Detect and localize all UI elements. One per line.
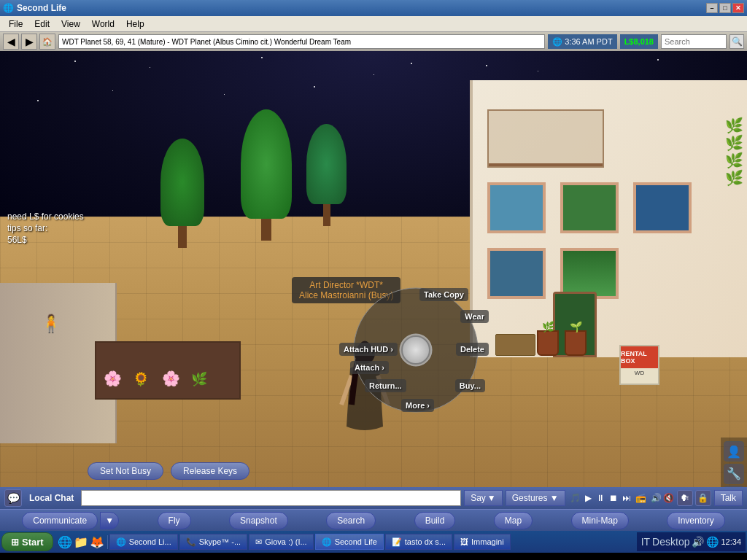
menu-edit[interactable]: Edit	[28, 18, 55, 31]
voice-icon[interactable]: 🗣	[677, 490, 693, 506]
say-button[interactable]: Say ▼	[464, 490, 503, 506]
money-text: L$8,018	[624, 37, 654, 46]
gestures-button[interactable]: Gestures ▼	[506, 490, 565, 506]
menu-file[interactable]: File	[3, 18, 28, 31]
menu-help[interactable]: Help	[120, 18, 150, 31]
media-btn2[interactable]: ⏭	[621, 493, 632, 503]
back-icon[interactable]: ◀	[3, 34, 19, 50]
building-right: 🌿🌿🌿🌿	[470, 80, 747, 357]
flower-pot-area: 🌿 🌱	[537, 330, 587, 356]
task-immagini[interactable]: 🖼Immagini	[454, 534, 511, 550]
menu-bar: File Edit View World Help	[0, 16, 747, 32]
stop-icon[interactable]: ⏹	[608, 493, 619, 503]
set-not-busy-button[interactable]: Set Not Busy	[88, 462, 163, 480]
pie-attach-hud[interactable]: Attach HUD ›	[339, 343, 398, 356]
mini-map-button[interactable]: Mini-Map	[571, 512, 629, 529]
pie-delete[interactable]: Delete	[456, 343, 489, 356]
task-email[interactable]: ✉Giova :) (I...	[249, 534, 313, 550]
media-icon[interactable]: 🎵	[568, 493, 582, 503]
task-skype[interactable]: 📞Skype™ -...	[179, 534, 247, 550]
tree-2	[241, 109, 292, 241]
quick-launch: 🌐 📁 🦊	[55, 535, 108, 549]
pie-menu: Take Copy Wear Attach HUD › Attach › Del…	[350, 284, 481, 416]
title-bar: 🌐 Second Life – □ ✕	[0, 0, 747, 16]
forward-icon[interactable]: ▶	[21, 34, 37, 50]
game-viewport[interactable]: 🌸 🌻 🌸 🌿 🌿🌿🌿🌿 🌿	[0, 51, 747, 487]
speaker-icon[interactable]: 🔊	[692, 536, 704, 548]
pie-return[interactable]: Return...	[365, 379, 406, 392]
windows-taskbar: ⊞ Start 🌐 📁 🦊 🌐Second Li... 📞Skype™ -...…	[0, 531, 747, 553]
sidebar-right: 👤 🔧 🦙 ⏻	[721, 438, 747, 487]
task-second-life-1[interactable]: 🌐Second Li...	[109, 534, 178, 550]
local-chat-label: Local Chat	[25, 493, 78, 503]
talk-button[interactable]: Talk	[714, 490, 743, 506]
main-taskbar: Communicate ▼ Fly Snapshot Search Build …	[0, 509, 747, 531]
firefox-icon[interactable]: 🦊	[90, 535, 104, 549]
search-button[interactable]: Search	[326, 512, 376, 529]
folder-icon[interactable]: 📁	[74, 535, 88, 549]
garden-planter: 🌸 🌻 🌸 🌿	[95, 341, 241, 400]
maximize-button[interactable]: □	[719, 3, 731, 13]
small-avatar-left: 🧍	[40, 314, 62, 334]
chat-line-3: 56L$	[7, 235, 84, 245]
sidebar-icon-1[interactable]: 👤	[724, 441, 744, 462]
desktop-icon[interactable]: Desktop	[652, 536, 689, 548]
pie-take-copy[interactable]: Take Copy	[419, 288, 468, 301]
media-controls: 🎵 ▶ ⏸ ⏹ ⏭ 📻	[568, 493, 648, 503]
keyboard-layout[interactable]: IT	[641, 536, 650, 548]
volume-icon[interactable]: 🔊	[651, 493, 662, 503]
build-button[interactable]: Build	[414, 512, 456, 529]
windows-logo: ⊞	[11, 537, 19, 548]
minimize-button[interactable]: –	[706, 3, 718, 13]
communicate-arrow[interactable]: ▼	[100, 512, 119, 529]
search-input[interactable]	[661, 34, 727, 49]
chat-line-1: need L$ for cookies	[7, 211, 84, 222]
inventory-button[interactable]: Inventory	[667, 512, 724, 529]
chat-icon-button[interactable]: 💬	[4, 489, 22, 507]
pie-buy[interactable]: Buy...	[455, 379, 485, 392]
start-button[interactable]: ⊞ Start	[1, 532, 53, 551]
release-keys-button[interactable]: Release Keys	[171, 462, 249, 480]
mute-icon[interactable]: 🔇	[663, 493, 674, 503]
task-second-life-2[interactable]: 🌐Second Life	[315, 534, 384, 550]
communicate-button[interactable]: Communicate	[22, 512, 98, 529]
chat-line-2: tips so far:	[7, 223, 84, 233]
location-bar[interactable]: WDT Planet 58, 69, 41 (Mature) - WDT Pla…	[58, 34, 545, 49]
time-text: 3:36 AM PDT	[565, 37, 612, 46]
chat-bar: 💬 Local Chat Say ▼ Gestures ▼ 🎵 ▶ ⏸ ⏹ ⏭ …	[0, 487, 747, 509]
tree-1	[160, 139, 204, 248]
pie-attach[interactable]: Attach ›	[350, 361, 389, 374]
network-icon[interactable]: 🌐	[706, 536, 719, 548]
sidebar-icon-2[interactable]: 🔧	[724, 464, 744, 484]
title-icon: 🌐	[3, 3, 14, 13]
map-button[interactable]: Map	[494, 512, 533, 529]
task-tasto[interactable]: 📝tasto dx s...	[385, 534, 452, 550]
communicate-section: Communicate ▼	[22, 512, 119, 529]
ie-icon[interactable]: 🌐	[58, 535, 72, 549]
fly-button[interactable]: Fly	[158, 512, 191, 529]
sidebar-icon-3[interactable]: 🦙	[724, 486, 744, 487]
window-title: Second Life	[17, 3, 706, 13]
rental-box: RENTAL BOX WD	[619, 345, 659, 385]
pause-icon[interactable]: ⏸	[595, 493, 606, 503]
lock-icon[interactable]: 🔒	[695, 490, 711, 506]
search-icon[interactable]: 🔍	[729, 34, 744, 49]
chat-icon-group: 🗣 🔒	[677, 490, 711, 506]
menu-view[interactable]: View	[55, 18, 86, 31]
system-tray: IT Desktop 🔊 🌐 12:34	[637, 532, 746, 551]
bench	[495, 334, 535, 356]
home-icon[interactable]: 🏠	[39, 34, 55, 50]
media-btn3[interactable]: 📻	[634, 493, 648, 503]
menu-world[interactable]: World	[86, 18, 120, 31]
pie-more[interactable]: More ›	[401, 399, 434, 412]
toolbar: ◀ ▶ 🏠 WDT Planet 58, 69, 41 (Mature) - W…	[0, 32, 747, 51]
location-text: WDT Planet 58, 69, 41 (Mature) - WDT Pla…	[62, 38, 351, 46]
play-icon[interactable]: ▶	[584, 493, 593, 503]
chat-input[interactable]	[81, 490, 461, 506]
overlay-buttons: Set Not Busy Release Keys	[88, 462, 249, 480]
close-button[interactable]: ✕	[732, 3, 744, 13]
time-display: 🌐 3:36 AM PDT	[548, 34, 616, 49]
globe-icon: 🌐	[552, 37, 562, 47]
pie-wear[interactable]: Wear	[460, 310, 489, 323]
snapshot-button[interactable]: Snapshot	[229, 512, 288, 529]
